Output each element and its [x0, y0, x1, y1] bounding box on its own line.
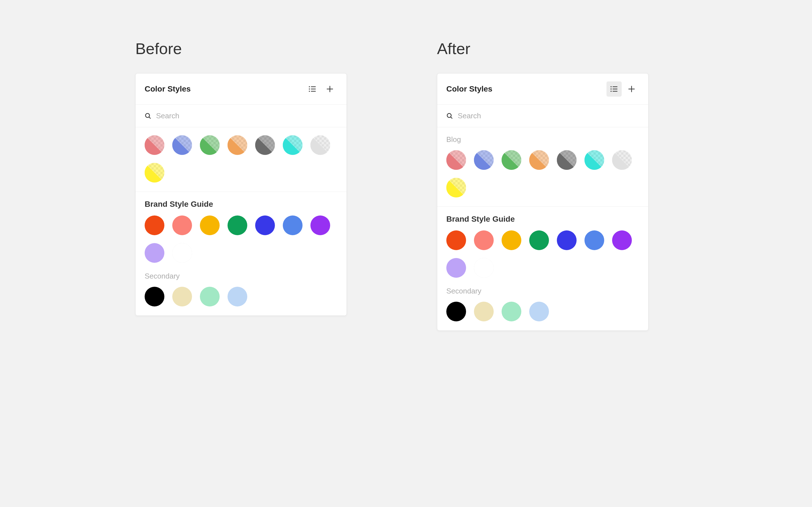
- color-swatch[interactable]: [474, 258, 494, 278]
- color-swatch[interactable]: [255, 216, 275, 235]
- add-button[interactable]: [624, 81, 639, 97]
- after-label: After: [437, 40, 470, 58]
- search-row: [437, 105, 648, 127]
- color-swatch[interactable]: [172, 135, 192, 155]
- list-icon: [610, 84, 619, 94]
- plus-icon: [326, 85, 334, 93]
- color-swatch[interactable]: [557, 230, 576, 250]
- color-swatch[interactable]: [585, 150, 604, 170]
- svg-point-0: [309, 87, 310, 87]
- color-swatch[interactable]: [200, 216, 220, 235]
- section-title: Brand Style Guide: [446, 215, 639, 224]
- list-view-button[interactable]: [606, 81, 622, 97]
- svg-line-19: [451, 117, 452, 118]
- swatch-row: [446, 150, 639, 198]
- current-styles-section: [136, 127, 347, 192]
- swatch-row: [446, 230, 639, 278]
- color-swatch[interactable]: [446, 230, 466, 250]
- before-label: Before: [135, 40, 182, 58]
- color-styles-panel-after: Color Styles Blog Brand St: [437, 73, 649, 331]
- swatch-row: [145, 287, 338, 306]
- svg-point-14: [611, 91, 611, 91]
- color-swatch[interactable]: [612, 150, 632, 170]
- secondary-label: Secondary: [446, 287, 639, 295]
- color-swatch[interactable]: [227, 287, 247, 306]
- color-swatch[interactable]: [474, 150, 494, 170]
- color-swatch[interactable]: [502, 302, 521, 321]
- color-swatch[interactable]: [585, 230, 604, 250]
- blog-label: Blog: [446, 135, 639, 144]
- color-swatch[interactable]: [446, 258, 466, 278]
- search-row: [136, 105, 347, 127]
- panel-header: Color Styles: [136, 73, 347, 105]
- brand-style-guide-section: Brand Style Guide Secondary: [136, 192, 347, 316]
- svg-line-9: [149, 117, 150, 118]
- list-icon: [308, 84, 317, 94]
- color-swatch[interactable]: [474, 302, 494, 321]
- panel-title: Color Styles: [145, 84, 191, 94]
- color-swatch[interactable]: [283, 216, 303, 235]
- swatch-row: [145, 216, 338, 263]
- color-swatch[interactable]: [145, 243, 164, 263]
- swatch-row: [145, 135, 338, 182]
- color-swatch[interactable]: [172, 287, 192, 306]
- color-swatch[interactable]: [145, 135, 164, 155]
- color-swatch[interactable]: [310, 216, 330, 235]
- panel-header: Color Styles: [437, 73, 648, 105]
- color-swatch[interactable]: [446, 178, 466, 198]
- color-swatch[interactable]: [446, 150, 466, 170]
- search-icon: [145, 112, 151, 120]
- header-actions: [305, 81, 338, 97]
- search-input[interactable]: [458, 112, 639, 120]
- color-swatch[interactable]: [255, 135, 275, 155]
- list-view-button[interactable]: [305, 81, 320, 97]
- color-swatch[interactable]: [145, 163, 164, 182]
- swatch-row: [446, 302, 639, 321]
- color-swatch[interactable]: [474, 230, 494, 250]
- blog-section: Blog: [437, 127, 648, 207]
- color-swatch[interactable]: [446, 302, 466, 321]
- color-swatch[interactable]: [529, 302, 549, 321]
- panel-title: Color Styles: [446, 84, 492, 94]
- header-actions: [606, 81, 639, 97]
- section-title: Brand Style Guide: [145, 200, 338, 209]
- color-swatch[interactable]: [283, 135, 303, 155]
- color-swatch[interactable]: [145, 216, 164, 235]
- search-icon: [446, 112, 453, 120]
- search-input[interactable]: [156, 112, 338, 120]
- color-swatch[interactable]: [227, 135, 247, 155]
- color-swatch[interactable]: [227, 216, 247, 235]
- color-swatch[interactable]: [502, 150, 521, 170]
- color-swatch[interactable]: [529, 150, 549, 170]
- color-styles-panel-before: Color Styles Brand Style Guide: [135, 73, 347, 316]
- secondary-label: Secondary: [145, 272, 338, 281]
- add-button[interactable]: [322, 81, 338, 97]
- color-swatch[interactable]: [145, 287, 164, 306]
- color-swatch[interactable]: [557, 150, 576, 170]
- color-swatch[interactable]: [310, 135, 330, 155]
- color-swatch[interactable]: [200, 135, 220, 155]
- color-swatch[interactable]: [612, 230, 632, 250]
- color-swatch[interactable]: [529, 230, 549, 250]
- color-swatch[interactable]: [172, 243, 192, 263]
- color-swatch[interactable]: [200, 287, 220, 306]
- svg-point-4: [309, 91, 310, 91]
- plus-icon: [627, 85, 636, 93]
- brand-style-guide-section: Brand Style Guide Secondary: [437, 207, 648, 330]
- color-swatch[interactable]: [172, 216, 192, 235]
- svg-point-10: [611, 87, 611, 87]
- color-swatch[interactable]: [502, 230, 521, 250]
